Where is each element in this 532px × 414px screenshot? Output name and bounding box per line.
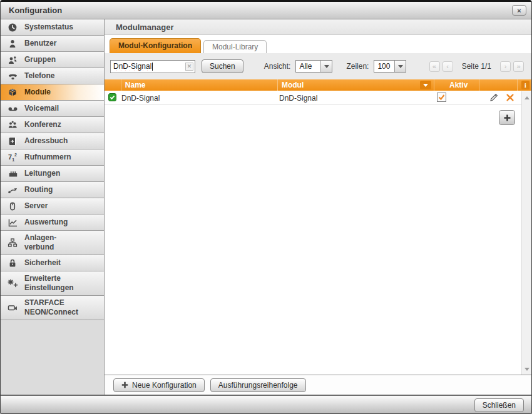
address-book-icon xyxy=(6,136,19,146)
user-icon xyxy=(6,39,19,49)
video-camera-icon xyxy=(6,303,19,313)
sidebar-item-module[interactable]: Module xyxy=(1,84,104,101)
info-icon[interactable]: i xyxy=(521,81,529,89)
status-ok-icon xyxy=(108,93,116,101)
rows-select[interactable]: 100 xyxy=(374,60,406,73)
last-page-button[interactable]: » xyxy=(513,61,524,72)
sidebar-item-label: Anlagen- verbund xyxy=(24,233,56,252)
sidebar-item-label: Rufnummern xyxy=(24,153,71,162)
sidebar-item-systemstatus[interactable]: Systemstatus xyxy=(1,19,104,36)
lock-icon xyxy=(6,258,19,268)
row-name-value: DnD-Signal xyxy=(121,94,160,103)
scroll-up-icon[interactable] xyxy=(522,93,531,103)
sidebar-item-erweiterte-einstellungen[interactable]: Erweiterte Einstellungen xyxy=(1,271,104,296)
sidebar-item-label: Sicherheit xyxy=(24,258,61,268)
server-icon xyxy=(6,201,19,211)
sidebar-item-rufnummern[interactable]: 712 Rufnummern xyxy=(1,149,104,166)
window-title: Konfiguration xyxy=(9,6,62,15)
rows-select-value: 100 xyxy=(374,61,394,72)
chevron-down-icon xyxy=(320,61,332,72)
clock-icon xyxy=(6,23,19,33)
scroll-down-icon[interactable] xyxy=(522,364,531,374)
sidebar-item-label: Adressbuch xyxy=(24,136,68,146)
section-header: Modulmanager xyxy=(105,19,531,35)
text-caret xyxy=(152,63,153,71)
close-window-button[interactable]: × xyxy=(512,5,526,16)
sidebar-item-label: Server xyxy=(24,201,48,211)
row-modul-value: DnD-Signal xyxy=(279,94,317,103)
sidebar-item-server[interactable]: Server xyxy=(1,198,104,215)
view-select[interactable]: Alle xyxy=(295,60,332,73)
column-aktiv[interactable]: Aktiv xyxy=(434,79,479,91)
sidebar-item-label: Telefone xyxy=(24,71,54,81)
sidebar-item-label: Konferenz xyxy=(24,120,61,129)
column-modul[interactable]: Modul xyxy=(278,79,434,91)
sidebar-item-auswertung[interactable]: Auswertung xyxy=(1,215,104,231)
page-title: Modulmanager xyxy=(116,23,173,32)
sidebar-item-label: Benutzer xyxy=(24,39,56,48)
new-configuration-button[interactable]: Neue Konfiguration xyxy=(113,378,205,392)
sidebar-item-gruppen[interactable]: Gruppen xyxy=(1,52,104,68)
plus-icon xyxy=(121,381,128,388)
column-actions xyxy=(479,79,518,91)
column-name[interactable]: Name xyxy=(121,79,278,91)
footer-bar: Schließen xyxy=(1,395,531,413)
tab-modul-library[interactable]: Modul-Library xyxy=(203,40,267,53)
pagination: « ‹ Seite 1/1 › » xyxy=(429,61,524,72)
main-pane: Modulmanager Modul-Konfiguration Modul-L… xyxy=(105,19,531,395)
search-input[interactable]: DnD-Signal ✕ xyxy=(110,60,195,73)
sidebar-item-benutzer[interactable]: Benutzer xyxy=(1,36,104,52)
add-configuration-button[interactable] xyxy=(499,110,515,125)
sidebar-item-label: Gruppen xyxy=(24,55,56,64)
line-chart-icon xyxy=(6,218,19,228)
clear-search-icon[interactable]: ✕ xyxy=(185,63,193,71)
delete-x-icon[interactable] xyxy=(506,93,514,102)
table-header: Name Modul Aktiv i xyxy=(105,79,531,91)
table-row[interactable]: DnD-Signal DnD-Signal xyxy=(105,91,521,104)
sidebar-item-leitungen[interactable]: Leitungen xyxy=(1,166,104,182)
sidebar-item-routing[interactable]: Routing xyxy=(1,182,104,198)
page-indicator: Seite 1/1 xyxy=(462,62,491,71)
next-page-button[interactable]: › xyxy=(500,61,511,72)
sidebar-nav: Systemstatus Benutzer Gruppen Telefone xyxy=(1,19,105,395)
search-value: DnD-Signal xyxy=(113,62,151,71)
plug-icon xyxy=(6,169,19,179)
close-button[interactable]: Schließen xyxy=(474,398,524,412)
sidebar-item-adressbuch[interactable]: Adressbuch xyxy=(1,133,104,149)
sidebar-item-telefone[interactable]: Telefone xyxy=(1,68,104,84)
sidebar-item-sicherheit[interactable]: Sicherheit xyxy=(1,255,104,271)
aktiv-checkbox[interactable] xyxy=(437,93,446,102)
sort-desc-icon[interactable] xyxy=(420,81,431,89)
sidebar-item-starface-neon-connect[interactable]: STARFACE NEON/Connect xyxy=(1,296,104,320)
sidebar-item-label: Routing xyxy=(24,185,53,194)
sidebar-item-label: Systemstatus xyxy=(24,23,73,32)
prev-page-button[interactable]: ‹ xyxy=(442,61,453,72)
sidebar-item-voicemail[interactable]: Voicemail xyxy=(1,101,104,117)
row-status-cell xyxy=(105,93,121,101)
row-actions-cell xyxy=(483,93,521,103)
execution-order-button[interactable]: Ausführungsreihenfolge xyxy=(210,378,306,392)
sidebar-item-label: Leitungen xyxy=(24,169,60,178)
search-button[interactable]: Suchen xyxy=(202,59,243,73)
sidebar-item-anlagenverbund[interactable]: Anlagen- verbund xyxy=(1,231,104,255)
row-modul-cell: DnD-Signal xyxy=(279,92,437,103)
conference-icon xyxy=(6,120,19,130)
sidebar-item-konferenz[interactable]: Konferenz xyxy=(1,117,104,133)
voicemail-icon xyxy=(6,104,19,114)
tab-bar: Modul-Konfiguration Modul-Library xyxy=(105,35,531,53)
view-label: Ansicht: xyxy=(264,62,291,71)
route-icon xyxy=(6,185,19,195)
sidebar-item-label: Module xyxy=(24,88,51,97)
edit-pencil-icon[interactable] xyxy=(489,93,499,103)
vertical-scrollbar[interactable] xyxy=(521,91,531,375)
numbers-icon: 712 xyxy=(6,153,19,163)
first-page-button[interactable]: « xyxy=(429,61,440,72)
sidebar-item-label: STARFACE NEON/Connect xyxy=(24,298,78,317)
row-aktiv-cell xyxy=(437,93,483,102)
chevron-down-icon xyxy=(394,61,406,72)
sidebar-item-label: Auswertung xyxy=(24,218,68,227)
tab-modul-konfiguration[interactable]: Modul-Konfiguration xyxy=(110,38,201,53)
new-configuration-label: Neue Konfiguration xyxy=(132,381,197,390)
users-icon xyxy=(6,55,19,65)
toolbar: DnD-Signal ✕ Suchen Ansicht: Alle Zeilen… xyxy=(105,53,531,79)
